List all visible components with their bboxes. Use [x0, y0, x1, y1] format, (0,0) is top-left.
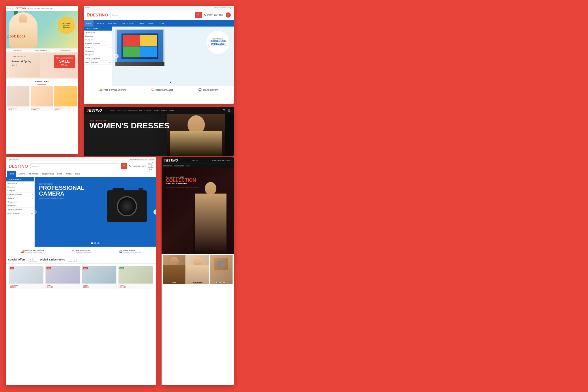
s5-nav: HOME FEATURES PAGES [212, 160, 231, 161]
s1-banner-img: NEW COLLECTION Summer & Spring 2017 [9, 52, 40, 78]
s2-dot-2[interactable] [172, 82, 174, 83]
s3-logo: DESTINO [87, 108, 102, 112]
s2-nav-collections[interactable]: COLLECTIONS [120, 20, 136, 27]
s1-dot [7, 7, 9, 9]
s4-nav-home[interactable]: HOME [7, 171, 16, 177]
s1-header: DESTINO LAYOUTS FEATURES COLLECTIONS SHO… [6, 6, 78, 11]
s2-search[interactable]: Search [110, 12, 193, 18]
s4-cat-smartphone[interactable]: Smartphone [6, 181, 34, 185]
s4-dot-3[interactable] [98, 242, 100, 244]
s2-cat-electronic[interactable]: Electronic [84, 34, 112, 38]
s4-digital-prev[interactable]: ‹ [68, 258, 72, 262]
s2-nav-layouts[interactable]: LAYOUTS [93, 20, 106, 27]
s2-cat-headphone[interactable]: Headphone [84, 53, 112, 57]
s4-hero-sub: Modern tablet era of digital technology [39, 197, 85, 199]
s4-support: 🎧 ONLINE SUPPORT We support online 24 ho… [119, 250, 141, 253]
s4-offer-next[interactable]: › [33, 258, 37, 262]
s4-nav-blog[interactable]: BLOG [73, 171, 82, 177]
s3-search-icon[interactable]: 🔍 [223, 109, 226, 112]
s4-cat-more[interactable]: More Categories ⊕ [6, 211, 34, 215]
s2-hero-badge: NEW ARRIVALS PROCESSORWIRELESS Modern ta… [206, 31, 229, 54]
s4-section-row: Special Offers ‹ › Digital & Electronics… [6, 256, 156, 264]
s2-cat-sound[interactable]: Sound Equipments [84, 57, 112, 61]
s4-header: DESTINO Search 🔍 📞 (+800) 1234 5678 🛒 My… [6, 161, 156, 171]
s1-product-3: Summer Dress $99.95 [54, 86, 77, 111]
s4-product-4[interactable]: new Laptop $599.95 [118, 266, 153, 289]
s4-next-arrow[interactable]: › [153, 209, 156, 215]
s4-nav-layouts[interactable]: LAYOUTS [16, 171, 27, 177]
s4-logo: DESTINO [9, 164, 28, 168]
s4-product-2[interactable]: -30% Tablet $199.95 [45, 266, 80, 289]
s2-nav: HOME LAYOUTS FEATURES COLLECTIONS SHOP P… [84, 20, 234, 27]
s2-prev-arrow[interactable]: ‹ [114, 54, 119, 59]
s4-product-3[interactable]: -45% Camera $399.95 [82, 266, 117, 289]
s2-topbar: $ USD Welcome customer! | Login [84, 6, 234, 10]
s2-cart-icon[interactable]: 🛒 [226, 12, 231, 18]
s4-dot-2[interactable] [94, 242, 96, 244]
screenshot-camera: $ USD 🌐 English Welcome customer! | Logi… [6, 157, 156, 385]
s2-nav-features[interactable]: FEATURES [106, 20, 120, 27]
s2-dot-1[interactable] [170, 82, 171, 83]
s5-thumb-men[interactable]: MEN [163, 255, 186, 284]
s2-cat-smartphone[interactable]: Smartphone › [84, 31, 112, 34]
s2-header: DDESTINO Search 🔍 📞 (+800) 1234 5678 🛒 [84, 10, 234, 20]
s2-cat-component[interactable]: Component [84, 49, 112, 53]
s4-search-button[interactable]: 🔍 [121, 163, 127, 169]
s5-thumb-women[interactable]: FOR WOMEN [186, 255, 209, 284]
s4-product-info-2: Tablet $199.95 [46, 284, 80, 289]
s4-body: ≡ CATEGORIES Smartphone Electronic Compu… [6, 177, 156, 247]
s4-cat-headphone[interactable]: Headphone [6, 204, 34, 208]
s2-search-button[interactable]: 🔍 [195, 12, 202, 18]
s4-truck-icon: 🚚 [21, 250, 25, 253]
s2-dot-3[interactable] [175, 82, 177, 83]
s4-hero-content: BEST OF SELFIE PROFESSIONAL CAMERA Moder… [39, 183, 85, 199]
s3-header-icons: 🔍 🛒 [223, 109, 231, 112]
s4-camera-body [107, 190, 147, 222]
s4-offer-prev[interactable]: ‹ [29, 258, 33, 262]
s4-prev-arrow[interactable]: ‹ [35, 209, 37, 215]
s1-products: Luckiest Swimsuit $89.95 Premium Blouse … [6, 86, 78, 111]
s2-nav-blog[interactable]: BLOG [157, 20, 166, 27]
s4-cat-laptop[interactable]: Laptop & Notebook › [6, 193, 34, 196]
s4-shield-icon: 🛡 [72, 250, 75, 253]
s4-digital-nav: ‹ › [68, 258, 77, 262]
s5-thumbnails: MEN FOR WOMEN ACCESSORIES [162, 254, 234, 285]
s2-sidebar: ≡ CATEGORIES Smartphone › Electronic Com… [84, 27, 113, 86]
s3-cart-icon[interactable]: 🛒 [227, 109, 231, 112]
s2-cat-camera[interactable]: Camera › [84, 46, 112, 49]
s4-cat-computer[interactable]: Computer [6, 189, 34, 193]
s5-thumb-accessories[interactable]: ACCESSORIES [210, 255, 233, 284]
s2-nav-home[interactable]: HOME [84, 20, 93, 27]
s4-camera-flash [138, 188, 143, 191]
s2-tablet-img [115, 29, 164, 66]
s3-model-img [167, 114, 225, 156]
s2-cat-laptop[interactable]: Laptop & Notebook › [84, 42, 112, 46]
s4-product-img-2: -30% [46, 266, 80, 284]
s4-search-input[interactable]: Search [30, 163, 119, 169]
s2-nav-pages[interactable]: PAGES [146, 20, 156, 27]
s2-cat-more[interactable]: More Categories ⊕ [84, 61, 112, 65]
s4-camera-top [113, 188, 124, 191]
s4-cat-component[interactable]: Component [6, 200, 34, 204]
screenshot-dark-fashion: DESTINO HOME LAYOUTS FEATURES COLLECTION… [84, 107, 234, 156]
s4-nav: HOME LAYOUTS FEATURES COLLECTIONS SHOP P… [6, 171, 156, 177]
s1-model [9, 12, 38, 48]
s1-sale-badge: FOR ALL ACCESSORIES SALE SALE [54, 55, 75, 68]
s4-nav-features[interactable]: FEATURES [27, 171, 40, 177]
s4-cat-sound[interactable]: Sound Equipments [6, 208, 34, 211]
s1-dot [12, 7, 13, 9]
s2-nav-shop[interactable]: SHOP [136, 20, 146, 27]
s1-promo-bar: FREE SHIPPING MONEY GUARANTEE ONLINE SUP… [6, 48, 78, 52]
s4-product-1[interactable]: -1% Smartphone $299.95 [9, 266, 44, 289]
s4-cart[interactable]: 🛒 My Cart $0.00 [148, 162, 153, 170]
s4-nav-collections[interactable]: COLLECTIONS [40, 171, 55, 177]
s3-hero-text: 2016 Fashion Trend WOMEN'S DRESSES [89, 120, 169, 130]
s4-cat-camera[interactable]: Camera › [6, 196, 34, 200]
s4-nav-shop[interactable]: SHOP [55, 171, 64, 177]
s1-product-1: Luckiest Swimsuit $89.95 [7, 86, 29, 111]
s2-cat-computer[interactable]: Computer [84, 38, 112, 42]
s4-digital-next[interactable]: › [73, 258, 77, 262]
s4-dot-1[interactable] [91, 242, 93, 244]
s4-nav-pages[interactable]: PAGES [64, 171, 73, 177]
s4-cat-electronic[interactable]: Electronic [6, 185, 34, 189]
